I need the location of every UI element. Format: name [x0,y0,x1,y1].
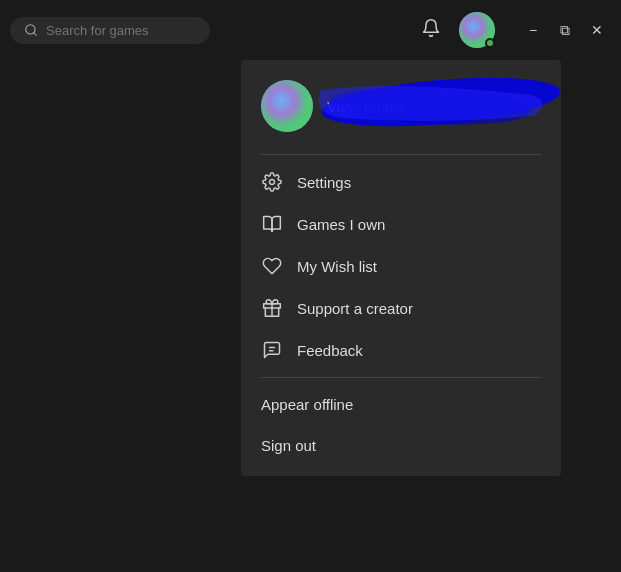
menu-item-feedback[interactable]: Feedback [241,329,561,371]
svg-point-6 [270,180,275,185]
settings-label: Settings [297,174,351,191]
window-controls: − ⧉ ✕ [519,16,611,44]
menu-item-support-creator[interactable]: Support a creator [241,287,561,329]
menu-item-settings[interactable]: Settings [241,161,561,203]
appear-offline-button[interactable]: Appear offline [241,384,561,425]
svg-point-3 [261,80,313,132]
notification-button[interactable] [417,14,445,47]
wish-list-label: My Wish list [297,258,377,275]
view-profile-link[interactable]: View profile [327,98,541,115]
search-icon [24,23,38,37]
feedback-label: Feedback [297,342,363,359]
profile-avatar [261,80,313,132]
menu-item-wish-list[interactable]: My Wish list [241,245,561,287]
feedback-icon [261,339,283,361]
restore-button[interactable]: ⧉ [551,16,579,44]
minimize-button[interactable]: − [519,16,547,44]
divider-top [261,154,541,155]
divider-bottom [261,377,541,378]
sign-out-button[interactable]: Sign out [241,425,561,466]
search-input[interactable] [46,23,186,38]
titlebar-right: − ⧉ ✕ [417,12,611,48]
svg-line-1 [34,33,37,36]
gift-icon [261,297,283,319]
profile-header[interactable]: View profile [241,70,561,148]
online-status-dot [485,38,495,48]
avatar-container[interactable] [459,12,495,48]
menu-item-games-owned[interactable]: Games I own [241,203,561,245]
titlebar: − ⧉ ✕ [0,0,621,60]
games-owned-label: Games I own [297,216,385,233]
support-creator-label: Support a creator [297,300,413,317]
user-dropdown-menu: View profile Settings Games I own [241,60,561,476]
search-bar[interactable] [10,17,210,44]
profile-avatar-image [261,80,313,132]
library-icon [261,213,283,235]
close-button[interactable]: ✕ [583,16,611,44]
profile-info: View profile [327,98,541,115]
bell-icon [421,18,441,38]
heart-icon [261,255,283,277]
gear-icon [261,171,283,193]
